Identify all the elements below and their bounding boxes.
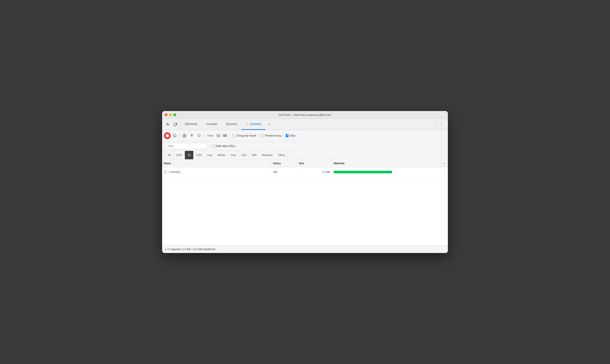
preserve-log-text: Preserve log bbox=[265, 134, 281, 137]
clear-button[interactable] bbox=[171, 132, 178, 139]
compact-view-button[interactable] bbox=[222, 133, 228, 139]
record-button[interactable] bbox=[164, 132, 171, 139]
search-button[interactable] bbox=[196, 132, 203, 139]
warning-icon: ⚠ bbox=[246, 122, 249, 126]
tab-bar: Elements Console Sources ⚠ Network » ⋮ bbox=[162, 119, 448, 130]
tab-more[interactable]: » bbox=[265, 119, 273, 130]
resource-img[interactable]: Img bbox=[205, 151, 215, 159]
svg-point-5 bbox=[184, 135, 185, 137]
group-by-frame-text: Group by frame bbox=[237, 134, 256, 137]
preserve-log-label[interactable]: Preserve log bbox=[261, 134, 281, 137]
file-icon bbox=[164, 170, 167, 174]
network-toolbar: View: Group by frame bbox=[162, 130, 448, 141]
cell-name: 1.chunk.js bbox=[162, 167, 271, 177]
resource-js-label: JS bbox=[187, 154, 191, 157]
resource-xhr-label: XHR bbox=[176, 154, 182, 157]
col-status[interactable]: Status bbox=[271, 159, 297, 167]
resource-css-label: CSS bbox=[196, 154, 202, 157]
status-code: 200 bbox=[273, 170, 277, 174]
minimize-button[interactable] bbox=[169, 113, 172, 116]
close-button[interactable] bbox=[165, 113, 168, 116]
resource-img-label: Img bbox=[207, 154, 212, 157]
cell-extra bbox=[441, 167, 448, 177]
resource-other-label: Other bbox=[278, 154, 285, 157]
disable-cache-label[interactable]: Disa bbox=[286, 134, 296, 137]
resource-ws[interactable]: WS bbox=[249, 151, 259, 159]
svg-line-3 bbox=[174, 135, 176, 136]
col-sort[interactable]: ▲ bbox=[441, 159, 448, 167]
filter-bar: Hide data URLs bbox=[162, 141, 448, 151]
tab-console[interactable]: Console bbox=[202, 119, 221, 130]
cell-status: 200 bbox=[271, 167, 297, 177]
group-by-frame-checkbox[interactable] bbox=[233, 134, 235, 137]
col-waterfall-label: Waterfall bbox=[334, 162, 344, 165]
col-size-label: Size bbox=[299, 162, 304, 165]
tab-bar-right: ⋮ bbox=[435, 119, 447, 130]
col-size[interactable]: Size bbox=[297, 159, 332, 167]
cell-waterfall bbox=[332, 167, 441, 177]
inspect-element-icon[interactable] bbox=[165, 121, 171, 128]
resource-type-filter: All XHR JS CSS Img Media Font Doc WS Man… bbox=[162, 151, 448, 159]
tab-sources-label: Sources bbox=[226, 122, 237, 126]
more-tabs-icon: » bbox=[268, 122, 270, 126]
resource-ws-label: WS bbox=[252, 154, 257, 157]
resource-xhr[interactable]: XHR bbox=[173, 151, 185, 159]
resource-font[interactable]: Font bbox=[228, 151, 239, 159]
hide-data-urls-label[interactable]: Hide data URLs bbox=[211, 144, 235, 148]
tabs: Elements Console Sources ⚠ Network » bbox=[181, 119, 435, 130]
resource-js[interactable]: JS bbox=[185, 151, 194, 159]
sort-arrow-icon: ▲ bbox=[443, 162, 445, 165]
col-waterfall[interactable]: Waterfall bbox=[332, 159, 441, 167]
file-name: 1.chunk.js bbox=[169, 170, 180, 174]
disable-cache-text: Disa bbox=[290, 134, 296, 137]
resource-doc[interactable]: Doc bbox=[239, 151, 249, 159]
tab-bar-icons bbox=[163, 119, 181, 130]
waterfall-bar bbox=[334, 171, 392, 173]
group-by-frame-label[interactable]: Group by frame bbox=[233, 134, 256, 137]
tab-elements[interactable]: Elements bbox=[181, 119, 202, 130]
tab-network-label: Network bbox=[250, 122, 261, 126]
maximize-button[interactable] bbox=[173, 113, 176, 116]
customize-devtools-icon[interactable]: ⋮ bbox=[438, 121, 444, 128]
file-size: 1.3 KB bbox=[322, 170, 330, 174]
table-body: 1.chunk.js 200 1.3 KB bbox=[162, 167, 448, 245]
tab-sources[interactable]: Sources bbox=[222, 119, 241, 130]
status-text: 1 / 2 requests | 1.3 KB / 13.2 KB transf… bbox=[165, 248, 215, 251]
traffic-lights bbox=[165, 113, 176, 116]
resource-other[interactable]: Other bbox=[275, 151, 288, 159]
resource-css[interactable]: CSS bbox=[194, 151, 205, 159]
network-table: Name Status Size Waterfall ▲ bbox=[162, 159, 448, 245]
devtools-window: DevTools - react-lazy-suspense.glitch.me… bbox=[162, 111, 448, 253]
filter-button[interactable] bbox=[188, 132, 195, 139]
resource-manifest[interactable]: Manifest bbox=[259, 151, 275, 159]
table-header: Name Status Size Waterfall ▲ bbox=[162, 159, 448, 167]
tab-network[interactable]: ⚠ Network bbox=[241, 119, 265, 130]
col-name[interactable]: Name bbox=[162, 159, 271, 167]
cell-size: 1.3 KB bbox=[297, 167, 332, 177]
resource-media-label: Media bbox=[217, 154, 225, 157]
table-row[interactable]: 1.chunk.js 200 1.3 KB bbox=[162, 167, 448, 177]
list-view-button[interactable] bbox=[215, 133, 221, 139]
status-bar: 1 / 2 requests | 1.3 KB / 13.2 KB transf… bbox=[162, 245, 448, 253]
svg-rect-1 bbox=[176, 123, 177, 125]
filter-input-wrap bbox=[165, 143, 208, 149]
device-toolbar-icon[interactable] bbox=[172, 121, 179, 128]
title-bar: DevTools - react-lazy-suspense.glitch.me… bbox=[162, 111, 448, 119]
window-title: DevTools - react-lazy-suspense.glitch.me… bbox=[279, 113, 331, 117]
capture-screenshot-button[interactable] bbox=[181, 132, 188, 139]
tab-console-label: Console bbox=[206, 122, 217, 126]
preserve-log-checkbox[interactable] bbox=[261, 134, 264, 137]
resource-font-label: Font bbox=[231, 154, 236, 157]
resource-all-label: All bbox=[168, 154, 170, 157]
resource-all[interactable]: All bbox=[165, 151, 173, 159]
resource-media[interactable]: Media bbox=[215, 151, 228, 159]
record-dot bbox=[166, 134, 169, 137]
hide-data-urls-text: Hide data URLs bbox=[216, 144, 235, 148]
svg-rect-0 bbox=[174, 123, 176, 126]
resource-doc-label: Doc bbox=[242, 154, 247, 157]
col-status-label: Status bbox=[273, 162, 281, 165]
filter-input[interactable] bbox=[165, 143, 208, 149]
hide-data-urls-checkbox[interactable] bbox=[211, 144, 214, 147]
toolbar-divider-5 bbox=[282, 133, 283, 138]
disable-cache-checkbox[interactable] bbox=[286, 134, 288, 137]
